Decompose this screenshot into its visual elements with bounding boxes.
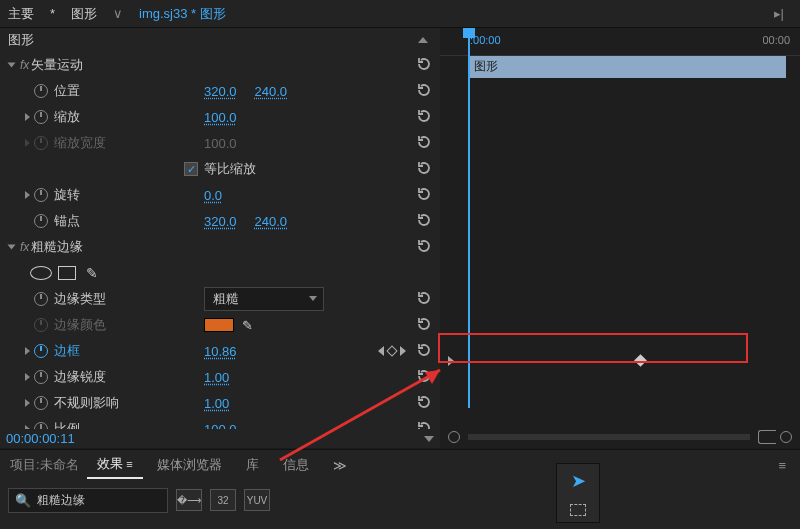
stopwatch-icon[interactable]	[34, 344, 48, 358]
tab-shape-1[interactable]: 图形	[63, 0, 105, 28]
position-y[interactable]: 240.0	[255, 84, 288, 99]
anchor-x[interactable]: 320.0	[204, 214, 237, 229]
reset-button[interactable]	[416, 368, 434, 386]
stopwatch-icon[interactable]	[34, 370, 48, 384]
stopwatch-icon[interactable]	[34, 188, 48, 202]
zoom-in-icon[interactable]	[780, 431, 792, 443]
tab-effects[interactable]: 效果 ≡	[87, 451, 143, 479]
scale-width-label: 缩放宽度	[54, 134, 204, 152]
reset-button[interactable]	[416, 212, 434, 230]
timeline-ruler[interactable]: :00:00 00:00	[440, 28, 800, 56]
more-tabs-icon[interactable]: ≫	[333, 458, 347, 473]
stopwatch-icon	[34, 136, 48, 150]
source-tabs: 主要 * 图形 ∨ img.sj33 * 图形 ▸|	[0, 0, 800, 28]
twirl-icon[interactable]	[25, 373, 30, 381]
anchor-y[interactable]: 240.0	[255, 214, 288, 229]
tab-active[interactable]: img.sj33 * 图形	[131, 0, 234, 28]
scroll-down-icon[interactable]	[424, 436, 434, 442]
border-label: 边框	[54, 342, 204, 360]
add-keyframe-icon[interactable]	[386, 345, 397, 356]
roughen-label: 粗糙边缘	[31, 238, 181, 256]
twirl-icon[interactable]	[7, 62, 15, 67]
32bit-icon[interactable]: 32	[210, 489, 236, 511]
outpoint-icon[interactable]	[758, 430, 776, 444]
tab-asterisk: *	[42, 0, 63, 28]
reset-button[interactable]	[416, 134, 434, 152]
reset-button[interactable]	[416, 290, 434, 308]
prop-position: 位置 320.0 240.0	[0, 78, 440, 104]
ellipse-mask-icon[interactable]	[30, 266, 52, 280]
prop-ratio: 比例 100.0	[0, 416, 440, 429]
twirl-icon[interactable]	[25, 191, 30, 199]
uniform-scale-label: 等比缩放	[204, 160, 256, 178]
pen-mask-icon[interactable]: ✎	[86, 265, 98, 281]
sharpness-value[interactable]: 1.00	[204, 370, 229, 385]
twirl-icon[interactable]	[25, 347, 30, 355]
twirl-icon[interactable]	[25, 399, 30, 407]
stopwatch-icon[interactable]	[34, 110, 48, 124]
edge-color-swatch[interactable]	[204, 318, 234, 332]
tab-info[interactable]: 信息	[273, 452, 319, 478]
yuv-icon[interactable]: YUV	[244, 489, 270, 511]
reset-button[interactable]	[416, 108, 434, 126]
search-icon: 🔍	[15, 493, 31, 508]
panel-title: 图形	[8, 31, 418, 49]
stopwatch-icon[interactable]	[34, 84, 48, 98]
zoom-out-icon[interactable]	[448, 431, 460, 443]
group-roughen-edges[interactable]: fx 粗糙边缘	[0, 234, 440, 260]
edge-type-dropdown[interactable]: 粗糙	[204, 287, 324, 311]
effects-search[interactable]: 🔍 粗糙边缘	[8, 488, 168, 513]
reset-button[interactable]	[416, 56, 434, 74]
reset-button[interactable]	[416, 342, 434, 360]
reset-button[interactable]	[416, 82, 434, 100]
tab-media-browser[interactable]: 媒体浏览器	[147, 452, 232, 478]
scroll-up-icon[interactable]	[418, 37, 428, 43]
fractal-value[interactable]: 1.00	[204, 396, 229, 411]
twirl-icon[interactable]	[25, 113, 30, 121]
timecode[interactable]: 00:00:00:11	[0, 429, 440, 448]
playhead[interactable]	[468, 28, 470, 408]
timeline-scrollbar[interactable]	[468, 434, 750, 440]
twirl-icon[interactable]	[7, 244, 15, 249]
play-icon[interactable]	[448, 356, 454, 366]
rotation-value[interactable]: 0.0	[204, 188, 222, 203]
reset-button[interactable]	[416, 238, 434, 256]
eyedropper-icon[interactable]: ✎	[242, 318, 253, 333]
accelerated-fx-icon[interactable]: �⟶	[176, 489, 202, 511]
scale-value[interactable]: 100.0	[204, 110, 237, 125]
rect-mask-icon[interactable]	[58, 266, 76, 280]
timeline-clip[interactable]: 图形	[468, 56, 786, 78]
ratio-value[interactable]: 100.0	[204, 422, 237, 430]
reset-button[interactable]	[416, 420, 434, 429]
tab-library[interactable]: 库	[236, 452, 269, 478]
selection-tool-icon[interactable]: ➤	[571, 470, 586, 492]
reset-button[interactable]	[416, 394, 434, 412]
keyframe-track-border[interactable]	[440, 348, 800, 374]
reset-button[interactable]	[416, 160, 434, 178]
marquee-tool-icon[interactable]	[570, 504, 586, 516]
project-name[interactable]: 项目:未命名	[6, 456, 83, 474]
tab-main[interactable]: 主要	[0, 0, 42, 28]
reset-button[interactable]	[416, 186, 434, 204]
uniform-scale-checkbox[interactable]	[184, 162, 198, 176]
go-to-start-icon[interactable]: ▸|	[766, 0, 792, 28]
stopwatch-icon	[34, 318, 48, 332]
twirl-icon[interactable]	[25, 425, 30, 430]
reset-button[interactable]	[416, 316, 434, 334]
prop-uniform-scale: 等比缩放	[0, 156, 440, 182]
panel-menu-icon[interactable]: ≡	[126, 458, 132, 470]
stopwatch-icon[interactable]	[34, 292, 48, 306]
stopwatch-icon[interactable]	[34, 422, 48, 429]
keyframe-diamond[interactable]	[634, 354, 647, 367]
next-keyframe-icon[interactable]	[400, 346, 406, 356]
stopwatch-icon[interactable]	[34, 396, 48, 410]
position-x[interactable]: 320.0	[204, 84, 237, 99]
prev-keyframe-icon[interactable]	[378, 346, 384, 356]
twirl-icon	[25, 139, 30, 147]
border-value[interactable]: 10.86	[204, 344, 237, 359]
prop-scale: 缩放 100.0	[0, 104, 440, 130]
panel-menu-icon[interactable]: ≡	[770, 458, 794, 473]
stopwatch-icon[interactable]	[34, 214, 48, 228]
group-vector-motion[interactable]: fx 矢量运动	[0, 52, 440, 78]
position-label: 位置	[54, 82, 204, 100]
